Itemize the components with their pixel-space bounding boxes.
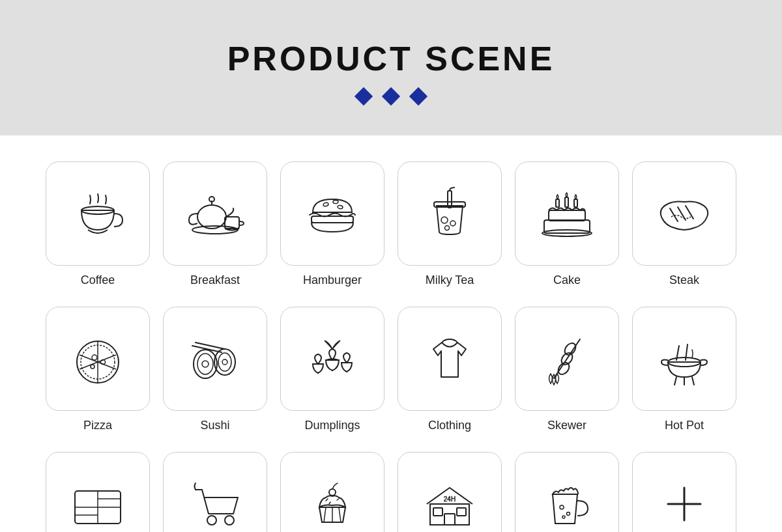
- svg-point-1: [197, 205, 226, 229]
- svg-point-54: [225, 516, 234, 525]
- breakfast-icon-box: [163, 161, 267, 266]
- coffee-label: Coffee: [81, 273, 115, 287]
- category-item-hot-pot[interactable]: Hot Pot: [632, 307, 736, 432]
- svg-line-59: [326, 499, 328, 501]
- svg-point-27: [91, 365, 94, 369]
- svg-rect-65: [457, 508, 466, 516]
- category-row-3: Fast Food Supermarket: [39, 452, 743, 532]
- dessert-icon-box: [280, 452, 384, 532]
- category-item-clothing[interactable]: Clothing: [398, 307, 502, 432]
- diamond-icon-3: [409, 87, 427, 105]
- cake-label: Cake: [553, 273, 581, 287]
- category-item-sushi[interactable]: Sushi: [163, 307, 267, 432]
- svg-point-29: [197, 354, 213, 374]
- svg-text:24H: 24H: [444, 496, 456, 503]
- category-item-pizza[interactable]: Pizza: [46, 307, 150, 432]
- hamburger-label: Hamburger: [303, 273, 362, 287]
- diamond-icon-2: [382, 87, 400, 105]
- svg-point-12: [450, 221, 456, 226]
- fast-food-icon-box: [46, 452, 150, 532]
- category-item-skewer[interactable]: Skewer: [515, 307, 619, 432]
- svg-line-61: [329, 502, 330, 504]
- svg-line-55: [324, 507, 326, 522]
- steak-icon-box: [632, 161, 736, 266]
- svg-rect-63: [444, 514, 455, 525]
- category-item-fast-food[interactable]: Fast Food: [46, 452, 150, 532]
- category-grid: Coffee: [0, 135, 782, 532]
- category-item-dessert[interactable]: Dessert: [280, 452, 384, 532]
- category-item-supermarket[interactable]: Supermarket: [163, 452, 267, 532]
- svg-point-58: [329, 489, 336, 496]
- coffee-icon-box: [46, 161, 150, 266]
- category-item-beer[interactable]: Beer: [515, 452, 619, 532]
- svg-line-57: [339, 507, 341, 522]
- breakfast-label: Breakfast: [190, 273, 240, 287]
- dumplings-label: Dumplings: [304, 419, 360, 432]
- category-item-steak[interactable]: Steak: [632, 161, 736, 287]
- svg-point-32: [218, 353, 231, 371]
- milky-tea-icon-box: [398, 161, 502, 266]
- steak-label: Steak: [669, 273, 699, 287]
- category-item-convenience[interactable]: 24H Convenience: [398, 452, 502, 532]
- sushi-icon-box: [163, 307, 267, 411]
- svg-point-33: [222, 359, 227, 365]
- svg-point-8: [338, 205, 343, 209]
- diamond-icon-1: [355, 87, 373, 105]
- hot-pot-label: Hot Pot: [665, 419, 704, 432]
- svg-point-67: [560, 505, 564, 509]
- decorative-diamonds: [13, 90, 769, 103]
- category-item-more[interactable]: More: [632, 452, 736, 532]
- svg-rect-5: [311, 216, 353, 223]
- beer-icon-box: [515, 452, 619, 532]
- page-title: PRODUCT SCENE: [13, 39, 769, 78]
- dumplings-icon-box: [280, 307, 384, 411]
- svg-rect-16: [556, 199, 559, 207]
- sushi-label: Sushi: [200, 419, 229, 432]
- svg-point-53: [207, 516, 216, 525]
- more-icon-box: [632, 452, 736, 532]
- svg-point-30: [202, 361, 209, 367]
- svg-rect-17: [565, 197, 568, 207]
- pizza-label: Pizza: [83, 419, 112, 432]
- category-item-breakfast[interactable]: Breakfast: [163, 161, 267, 287]
- category-item-cake[interactable]: Cake: [515, 161, 619, 287]
- svg-rect-64: [433, 508, 442, 516]
- svg-point-6: [323, 203, 328, 207]
- hot-pot-icon-box: [632, 307, 736, 411]
- page-header: PRODUCT SCENE: [0, 0, 782, 135]
- category-row-1: Coffee: [39, 161, 743, 287]
- cake-icon-box: [515, 161, 619, 266]
- category-item-dumplings[interactable]: Dumplings: [280, 307, 384, 432]
- skewer-label: Skewer: [547, 419, 586, 432]
- pizza-icon-box: [46, 307, 150, 411]
- clothing-icon-box: [398, 307, 502, 411]
- milky-tea-label: Milky Tea: [426, 273, 474, 287]
- svg-rect-18: [574, 199, 577, 207]
- svg-line-45: [692, 377, 694, 385]
- category-item-milky-tea[interactable]: Milky Tea: [398, 161, 502, 287]
- svg-point-25: [92, 355, 97, 360]
- convenience-icon-box: 24H: [398, 452, 502, 532]
- svg-rect-15: [549, 210, 585, 221]
- supermarket-icon-box: [163, 452, 267, 532]
- svg-point-13: [445, 226, 450, 231]
- svg-point-68: [567, 512, 570, 516]
- category-item-coffee[interactable]: Coffee: [46, 161, 150, 287]
- svg-point-7: [333, 201, 338, 204]
- clothing-label: Clothing: [428, 419, 471, 432]
- category-row-2: Pizza Sushi: [39, 307, 743, 432]
- svg-point-11: [441, 217, 448, 223]
- svg-line-60: [337, 499, 339, 500]
- svg-point-69: [562, 516, 565, 518]
- category-item-hamburger[interactable]: Hamburger: [280, 161, 384, 287]
- svg-line-43: [674, 377, 676, 385]
- skewer-icon-box: [515, 307, 619, 411]
- hamburger-icon-box: [280, 161, 384, 266]
